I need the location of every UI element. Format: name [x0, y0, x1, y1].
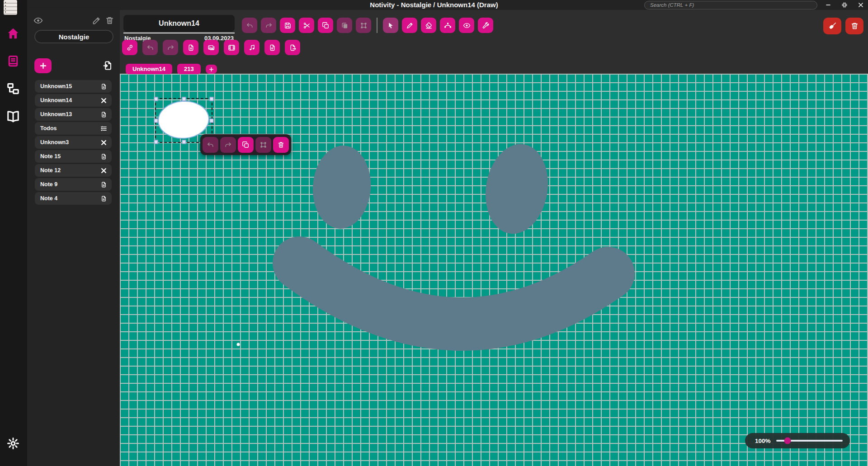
redo-button[interactable]: [261, 18, 276, 33]
restore-button[interactable]: [840, 0, 849, 9]
titlebar: Notivity - Nostalgie / Unknown14 (Draw): [0, 0, 868, 10]
pen-icon: [406, 22, 414, 29]
add-tab-button[interactable]: [206, 65, 217, 74]
selection-toolbar: [200, 134, 291, 155]
rail-nav-structure[interactable]: [6, 81, 21, 96]
export-icon: [289, 44, 297, 52]
toggle-visibility-button[interactable]: [33, 16, 43, 25]
delete-notebook-button[interactable]: [105, 16, 114, 25]
history-redo-button[interactable]: [163, 40, 178, 55]
selection-handle[interactable]: [154, 140, 158, 144]
note-item[interactable]: Unknown3: [35, 136, 112, 149]
note-item-label: Unknown3: [40, 139, 69, 146]
note-item[interactable]: Note 15: [35, 150, 112, 163]
note-item-label: Unknown14: [40, 97, 72, 104]
search-input[interactable]: [644, 1, 817, 9]
app-window: Notivity - Nostalgie / Unknown14 (Draw) …: [0, 0, 868, 466]
zoom-slider[interactable]: [776, 440, 843, 442]
insert-pdf-button[interactable]: [264, 40, 280, 55]
selection-handle[interactable]: [182, 97, 186, 101]
selection-handle[interactable]: [154, 118, 158, 122]
copy-button[interactable]: [318, 18, 333, 33]
save-button[interactable]: [280, 18, 295, 33]
cut-button[interactable]: [299, 18, 314, 33]
selection-handle[interactable]: [182, 140, 186, 144]
selection-handle[interactable]: [154, 97, 158, 101]
eraser-tool-button[interactable]: [421, 18, 436, 33]
rename-notebook-button[interactable]: [92, 16, 101, 25]
note-item-label: Note 9: [40, 181, 57, 188]
rail-nav-library[interactable]: [6, 109, 21, 123]
clear-canvas-button[interactable]: [823, 18, 841, 34]
insert-audio-button[interactable]: [244, 40, 259, 55]
eye-icon: [463, 22, 471, 29]
draw-icon: [100, 139, 107, 146]
paste-button[interactable]: [337, 18, 352, 33]
drawing-canvas[interactable]: 100%: [120, 74, 868, 466]
transform-button[interactable]: [356, 18, 371, 33]
title-underline: [123, 33, 235, 33]
smiley-mouth: [299, 263, 608, 324]
delete-drawing-button[interactable]: [845, 18, 863, 34]
history-undo-button[interactable]: [142, 40, 158, 55]
selection-copy-button[interactable]: [238, 137, 254, 153]
rail-nav-home[interactable]: [6, 26, 21, 41]
import-note-button[interactable]: [103, 60, 113, 71]
rail-nav-notebook[interactable]: [6, 54, 21, 68]
tab-label: Unknown14: [132, 66, 165, 72]
note-item[interactable]: Unknown15: [35, 80, 112, 93]
note-item[interactable]: Unknown13: [35, 108, 112, 121]
tool-settings-button[interactable]: [478, 18, 493, 33]
preview-tool-button[interactable]: [459, 18, 474, 33]
link-icon: [126, 44, 134, 52]
path-tool-button[interactable]: [440, 18, 455, 33]
scissors-icon: [303, 22, 311, 29]
export-note-button[interactable]: [285, 40, 300, 55]
selection-redo-button[interactable]: [220, 137, 236, 153]
add-note-button[interactable]: [34, 58, 52, 73]
stray-dot: [237, 343, 240, 346]
close-button[interactable]: [856, 0, 865, 9]
note-item[interactable]: Note 9: [35, 178, 112, 191]
undo-icon: [207, 141, 214, 149]
images-icon: [208, 44, 215, 52]
selection-undo-button[interactable]: [203, 137, 218, 153]
film-icon: [228, 44, 236, 52]
redo-icon: [224, 141, 232, 149]
insert-video-button[interactable]: [224, 40, 239, 55]
zoom-control: 100%: [745, 433, 850, 448]
note-item[interactable]: Todos: [35, 122, 112, 135]
selection-transform-button[interactable]: [255, 137, 271, 153]
insert-link-button[interactable]: [122, 40, 137, 55]
note-title-input[interactable]: [123, 15, 235, 32]
left-rail: [0, 0, 27, 466]
trash-icon: [277, 141, 285, 149]
frame-icon: [360, 22, 368, 29]
zoom-slider-thumb[interactable]: [784, 438, 791, 444]
doc-icon: [100, 181, 107, 188]
selection-handle[interactable]: [210, 118, 214, 122]
copy-icon: [242, 141, 250, 149]
tab-213[interactable]: 213: [177, 64, 201, 74]
pen-tool-button[interactable]: [402, 18, 417, 33]
note-item[interactable]: Note 12: [35, 164, 112, 177]
doc-icon: [100, 111, 107, 118]
notebook-title: Nostalgie: [34, 30, 113, 43]
selection-handle[interactable]: [210, 97, 214, 101]
note-item[interactable]: Note 4: [35, 192, 112, 205]
toolbar-divider: [377, 18, 377, 33]
insert-note-button[interactable]: [183, 40, 198, 55]
undo-icon: [246, 22, 254, 29]
selection-delete-button[interactable]: [273, 137, 289, 153]
rail-nav-settings[interactable]: [6, 436, 21, 451]
doc-icon: [187, 44, 195, 52]
cursor-icon: [387, 22, 395, 29]
undo-button[interactable]: [242, 18, 257, 33]
note-item[interactable]: Unknown14: [35, 94, 112, 107]
minimize-button[interactable]: [824, 0, 833, 9]
select-tool-button[interactable]: [383, 18, 398, 33]
music-icon: [248, 44, 256, 52]
tab-unknown14[interactable]: Unknown14: [126, 64, 172, 74]
insert-image-button[interactable]: [203, 40, 219, 55]
eraser-icon: [425, 22, 433, 29]
